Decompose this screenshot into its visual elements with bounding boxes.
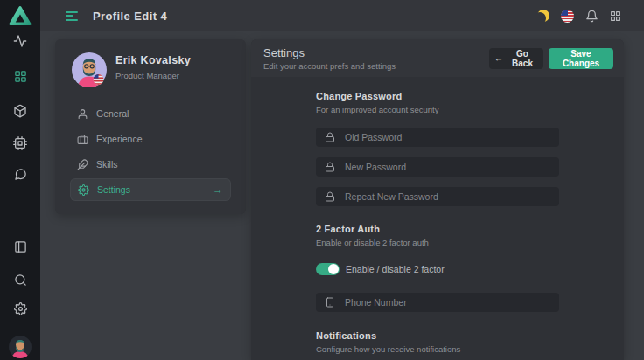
user-icon — [77, 108, 88, 120]
topbar: Profile Edit 4 — [40, 0, 644, 31]
repeat-password-input[interactable] — [343, 190, 550, 203]
two-factor-title: 2 Factor Auth — [316, 224, 559, 235]
lock-icon — [325, 132, 335, 142]
gear-icon — [78, 184, 89, 196]
user-role: Product Manager — [116, 71, 179, 80]
app-window: Profile Edit 4 — [0, 0, 644, 360]
lock-icon — [325, 191, 335, 202]
dashboard-grid-icon[interactable] — [0, 70, 40, 83]
bell-icon[interactable] — [585, 10, 598, 23]
save-changes-button[interactable]: Save Changes — [549, 48, 613, 69]
layout-panel-icon[interactable] — [0, 240, 40, 253]
search-icon[interactable] — [0, 273, 40, 287]
feather-icon — [77, 159, 88, 170]
menu-item-settings[interactable]: Settings → — [70, 178, 231, 201]
menu-item-skills[interactable]: Skills — [70, 153, 231, 176]
old-password-field[interactable] — [316, 128, 559, 147]
profile-card: Erik Kovalsky Product Manager General Ex… — [55, 39, 246, 214]
country-flag-badge — [94, 74, 104, 85]
sidebar-user-avatar[interactable] — [0, 336, 40, 358]
toggle-knob — [328, 264, 339, 274]
briefcase-icon — [77, 134, 88, 145]
go-back-button[interactable]: ← Go Back — [489, 48, 543, 69]
lock-icon — [325, 162, 335, 172]
app-logo-icon — [0, 5, 40, 26]
profile-menu: General Experience Skills Settings → — [70, 102, 231, 201]
menu-item-label: Settings — [97, 184, 130, 195]
menu-item-experience[interactable]: Experience — [70, 128, 231, 150]
page-title: Profile Edit 4 — [93, 10, 167, 23]
phone-number-field[interactable] — [316, 293, 559, 312]
two-factor-toggle-label: Enable / disable 2 factor — [346, 264, 444, 274]
two-factor-toggle[interactable] — [316, 263, 340, 275]
menu-item-label: Experience — [96, 134, 143, 144]
moon-icon[interactable] — [537, 10, 550, 22]
sidebar — [0, 0, 40, 360]
smartphone-icon — [325, 297, 335, 308]
old-password-input[interactable] — [343, 131, 550, 143]
menu-toggle-icon[interactable] — [66, 11, 78, 21]
content-area: Erik Kovalsky Product Manager General Ex… — [40, 31, 644, 360]
cpu-icon[interactable] — [0, 136, 40, 150]
repeat-password-field[interactable] — [316, 187, 559, 206]
two-factor-subtitle: Enable or disable 2 factor auth — [316, 238, 559, 247]
apps-grid-icon[interactable] — [610, 10, 621, 22]
chat-icon[interactable] — [0, 168, 40, 181]
settings-panel-header: Settings Edit your account prefs and set… — [251, 39, 624, 77]
notifications-title: Notifications — [316, 330, 559, 342]
menu-item-general[interactable]: General — [70, 102, 231, 125]
gear-icon[interactable] — [0, 302, 40, 315]
menu-item-label: General — [96, 108, 129, 119]
settings-panel-body: Change Password For an improved account … — [251, 77, 624, 360]
settings-panel: Settings Edit your account prefs and set… — [251, 39, 624, 360]
new-password-input[interactable] — [343, 161, 550, 173]
box-icon[interactable] — [0, 104, 40, 118]
us-flag-icon[interactable] — [561, 10, 574, 23]
back-arrow-icon: ← — [494, 53, 503, 63]
user-name: Erik Kovalsky — [116, 54, 191, 66]
panel-title: Settings — [263, 46, 396, 59]
menu-item-label: Skills — [96, 159, 118, 170]
new-password-field[interactable] — [316, 157, 559, 177]
two-factor-toggle-row: Enable / disable 2 factor — [316, 263, 559, 275]
notifications-subtitle: Configure how you receive notifications — [316, 344, 559, 354]
topbar-actions — [537, 10, 621, 23]
change-password-subtitle: For an improved account security — [316, 105, 559, 114]
profile-avatar — [72, 52, 107, 87]
activity-icon[interactable] — [0, 34, 40, 48]
panel-subtitle: Edit your account prefs and settings — [263, 61, 396, 71]
phone-number-input[interactable] — [343, 296, 550, 308]
arrow-right-icon: → — [213, 183, 223, 196]
change-password-title: Change Password — [316, 91, 559, 102]
